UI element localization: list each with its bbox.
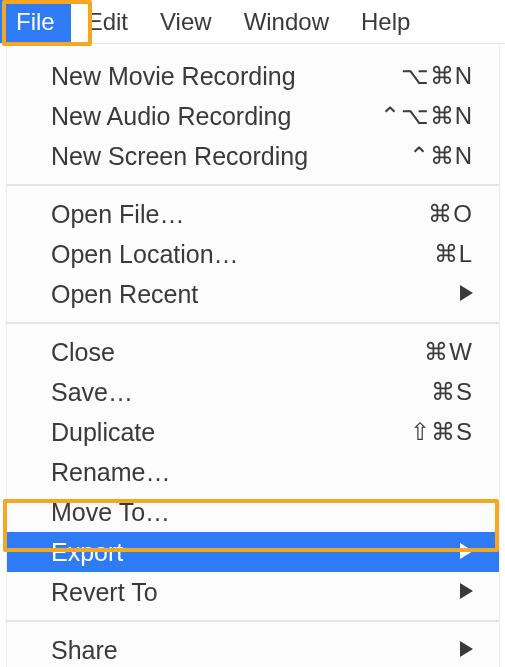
menu-group: Close ⌘W Save… ⌘S Duplicate ⇧⌘S Rename… … <box>7 326 499 618</box>
menu-item-label: New Movie Recording <box>51 62 401 91</box>
menu-item-new-movie-recording[interactable]: New Movie Recording ⌥⌘N <box>7 56 499 96</box>
menubar-item-edit[interactable]: Edit <box>71 0 144 43</box>
menu-group: Open File… ⌘O Open Location… ⌘L Open Rec… <box>7 188 499 320</box>
menubar-label: Edit <box>87 8 128 36</box>
menu-item-label: Close <box>51 338 424 367</box>
menu-item-open-recent[interactable]: Open Recent <box>7 274 499 314</box>
menu-separator <box>7 620 499 622</box>
menu-item-shortcut: ⌃⌥⌘N <box>380 102 473 130</box>
menu-item-label: Export <box>51 538 460 567</box>
menu-item-move-to[interactable]: Move To… <box>7 492 499 532</box>
file-menu-dropdown: New Movie Recording ⌥⌘N New Audio Record… <box>6 44 500 667</box>
menubar-item-file[interactable]: File <box>0 0 71 43</box>
menu-item-shortcut: ⌘O <box>428 200 473 228</box>
menu-item-shortcut: ⌃⌘N <box>409 142 473 170</box>
menu-item-share[interactable]: Share <box>7 630 499 667</box>
menu-item-export[interactable]: Export <box>7 532 499 572</box>
menubar-label: Help <box>361 8 410 36</box>
menu-item-label: Open File… <box>51 200 428 229</box>
menu-group: Share <box>7 624 499 667</box>
menu-item-label: Revert To <box>51 578 460 607</box>
menu-item-close[interactable]: Close ⌘W <box>7 332 499 372</box>
menu-item-label: New Screen Recording <box>51 142 409 171</box>
menu-item-label: Open Location… <box>51 240 434 269</box>
menu-item-shortcut: ⌥⌘N <box>401 62 473 90</box>
menu-item-label: Save… <box>51 378 431 407</box>
menu-item-label: Move To… <box>51 498 473 527</box>
menubar-label: View <box>160 8 212 36</box>
menubar-label: File <box>16 8 55 36</box>
menu-separator <box>7 322 499 324</box>
menu-item-label: Share <box>51 636 460 665</box>
menu-item-shortcut: ⌘W <box>424 338 473 366</box>
menubar-item-window[interactable]: Window <box>228 0 345 43</box>
menu-item-save[interactable]: Save… ⌘S <box>7 372 499 412</box>
menu-item-revert-to[interactable]: Revert To <box>7 572 499 612</box>
menu-item-shortcut: ⌘S <box>431 378 473 406</box>
menu-item-label: Duplicate <box>51 418 410 447</box>
menu-item-duplicate[interactable]: Duplicate ⇧⌘S <box>7 412 499 452</box>
chevron-right-icon <box>460 283 473 306</box>
menu-group: New Movie Recording ⌥⌘N New Audio Record… <box>7 50 499 182</box>
menubar: File Edit View Window Help <box>0 0 505 44</box>
menu-item-rename[interactable]: Rename… <box>7 452 499 492</box>
chevron-right-icon <box>460 581 473 604</box>
menu-item-label: Rename… <box>51 458 473 487</box>
menu-item-new-screen-recording[interactable]: New Screen Recording ⌃⌘N <box>7 136 499 176</box>
menubar-label: Window <box>244 8 329 36</box>
chevron-right-icon <box>460 541 473 564</box>
menu-item-shortcut: ⌘L <box>434 240 473 268</box>
menu-item-new-audio-recording[interactable]: New Audio Recording ⌃⌥⌘N <box>7 96 499 136</box>
menu-item-label: New Audio Recording <box>51 102 380 131</box>
menubar-item-help[interactable]: Help <box>345 0 426 43</box>
menu-item-open-location[interactable]: Open Location… ⌘L <box>7 234 499 274</box>
menubar-item-view[interactable]: View <box>144 0 228 43</box>
menu-item-shortcut: ⇧⌘S <box>410 418 473 446</box>
menu-item-open-file[interactable]: Open File… ⌘O <box>7 194 499 234</box>
chevron-right-icon <box>460 639 473 662</box>
menu-separator <box>7 184 499 186</box>
menu-item-label: Open Recent <box>51 280 460 309</box>
